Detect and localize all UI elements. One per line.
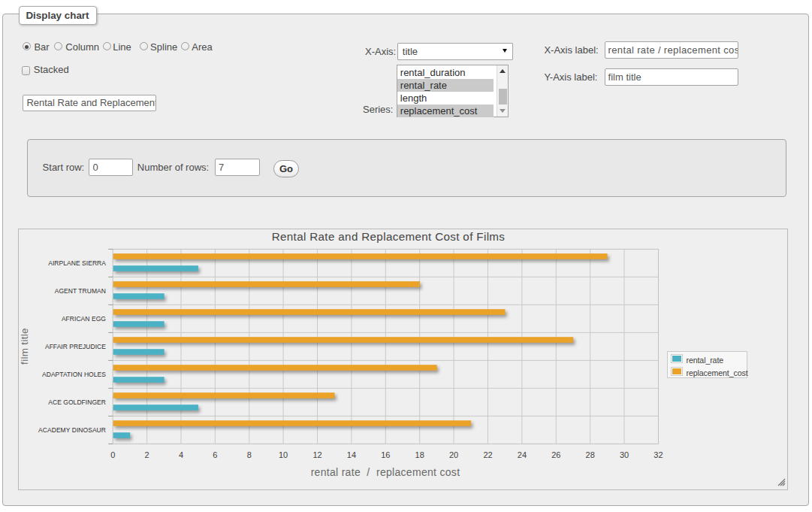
svg-text:8: 8 <box>247 450 252 459</box>
svg-text:32: 32 <box>654 450 663 459</box>
svg-text:10: 10 <box>279 450 288 459</box>
svg-text:16: 16 <box>381 450 390 459</box>
svg-text:AIRPLANE SIERRA: AIRPLANE SIERRA <box>48 259 106 267</box>
svg-text:28: 28 <box>586 450 595 459</box>
svg-text:2: 2 <box>145 450 149 459</box>
svg-text:AFFAIR PREJUDICE: AFFAIR PREJUDICE <box>45 343 106 350</box>
svg-text:26: 26 <box>551 450 560 459</box>
svg-text:4: 4 <box>179 450 183 459</box>
svg-text:30: 30 <box>620 450 629 459</box>
svg-text:20: 20 <box>449 450 458 459</box>
svg-text:film title: film title <box>19 328 30 365</box>
svg-text:ACADEMY DINOSAUR: ACADEMY DINOSAUR <box>38 426 106 434</box>
svg-text:6: 6 <box>213 450 217 459</box>
svg-text:22: 22 <box>483 450 492 459</box>
svg-text:14: 14 <box>347 450 356 459</box>
svg-text:ACE GOLDFINGER: ACE GOLDFINGER <box>48 398 106 406</box>
svg-text:12: 12 <box>312 450 321 459</box>
svg-text:rental rate / replacement co: rental rate / replacement cost <box>311 466 460 478</box>
svg-text:18: 18 <box>415 450 424 459</box>
svg-text:AFRICAN EGG: AFRICAN EGG <box>62 315 106 323</box>
svg-text:ADAPTATION HOLES: ADAPTATION HOLES <box>42 371 106 378</box>
svg-text:24: 24 <box>518 450 527 459</box>
svg-text:AGENT TRUMAN: AGENT TRUMAN <box>55 287 106 295</box>
svg-text:0: 0 <box>110 450 115 459</box>
svg-text:Rental Rate and Replacement Co: Rental Rate and Replacement Cost of Film… <box>272 230 506 243</box>
